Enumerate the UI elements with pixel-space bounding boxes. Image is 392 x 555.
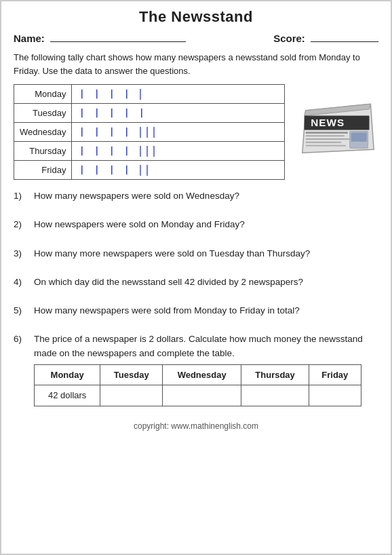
tally-marks: 𝍩𝍩𝍩𝍩𝍩: [72, 104, 285, 123]
answer-table-cell: 42 dollars: [35, 385, 100, 406]
copyright: copyright: www.mathinenglish.com: [14, 421, 378, 431]
tally-day-label: Monday: [14, 85, 72, 104]
svg-rect-10: [351, 132, 366, 141]
question-text: On which day did the newsstand sell 42 d…: [34, 275, 378, 289]
tally-marks: 𝍩𝍩𝍩𝍩||: [72, 161, 285, 180]
answer-table-cell: [100, 385, 163, 406]
intro-text: The following tally chart shows how many…: [14, 51, 378, 77]
tally-marks: 𝍩𝍩𝍩𝍩|||: [72, 142, 285, 161]
question-4: 4)On which day did the newsstand sell 42…: [14, 275, 378, 289]
questions-section: 1)How many newspapers were sold on Wedne…: [14, 189, 378, 406]
svg-rect-6: [305, 138, 349, 140]
answer-table-header: Wednesday: [163, 364, 241, 385]
tally-day-label: Wednesday: [14, 123, 72, 142]
answer-table-cell: [163, 385, 241, 406]
question-2: 2)How newspapers were sold on Monday and…: [14, 218, 378, 231]
question-text: The price of a newspaper is 2 dollars. C…: [34, 332, 378, 406]
question-number: 5): [14, 304, 34, 318]
question-number: 1): [14, 189, 34, 203]
svg-rect-7: [305, 142, 341, 143]
question-text: How newspapers were sold on Monday and F…: [34, 218, 378, 231]
answer-table-header: Friday: [309, 364, 361, 385]
answer-table-header: Monday: [35, 364, 100, 385]
question-text: How many newspapers were sold on Wednesd…: [34, 189, 378, 203]
score-label: Score:: [273, 33, 378, 44]
answer-table-header: Thursday: [241, 364, 309, 385]
svg-rect-4: [305, 132, 347, 133]
page-title: The Newsstand: [14, 8, 378, 26]
tally-day-label: Tuesday: [14, 104, 72, 123]
question-5: 5)How many newspapers were sold from Mon…: [14, 304, 378, 318]
question-1: 1)How many newspapers were sold on Wedne…: [14, 189, 378, 203]
answer-table-header: Tuesday: [100, 364, 163, 385]
name-underline: [50, 41, 186, 42]
question-number: 3): [14, 247, 34, 261]
tally-day-label: Thursday: [14, 142, 72, 161]
tally-marks: 𝍩𝍩𝍩𝍩|||: [72, 123, 285, 142]
tally-table: Monday𝍩𝍩𝍩𝍩|Tuesday𝍩𝍩𝍩𝍩𝍩Wednesday𝍩𝍩𝍩𝍩|||T…: [14, 84, 285, 180]
news-image: NEWS: [297, 90, 378, 157]
name-label: Name:: [14, 33, 186, 44]
question-text: How many more newspapers were sold on Tu…: [34, 247, 378, 261]
answer-table-cell: [241, 385, 309, 406]
tally-marks: 𝍩𝍩𝍩𝍩|: [72, 85, 285, 104]
question-number: 2): [14, 218, 34, 231]
svg-rect-5: [305, 135, 345, 136]
answer-table: MondayTuesdayWednesdayThursdayFriday42 d…: [34, 364, 361, 406]
svg-text:NEWS: NEWS: [311, 117, 345, 128]
question-number: 4): [14, 275, 34, 289]
svg-rect-8: [305, 145, 345, 147]
answer-table-cell: [309, 385, 361, 406]
question-text: How many newspapers were sold from Monda…: [34, 304, 378, 318]
question-number: 6): [14, 332, 34, 346]
question-6: 6)The price of a newspaper is 2 dollars.…: [14, 332, 378, 406]
score-underline: [311, 41, 378, 42]
tally-section: Monday𝍩𝍩𝍩𝍩|Tuesday𝍩𝍩𝍩𝍩𝍩Wednesday𝍩𝍩𝍩𝍩|||T…: [14, 84, 378, 180]
question-3: 3)How many more newspapers were sold on …: [14, 247, 378, 261]
tally-day-label: Friday: [14, 161, 72, 180]
